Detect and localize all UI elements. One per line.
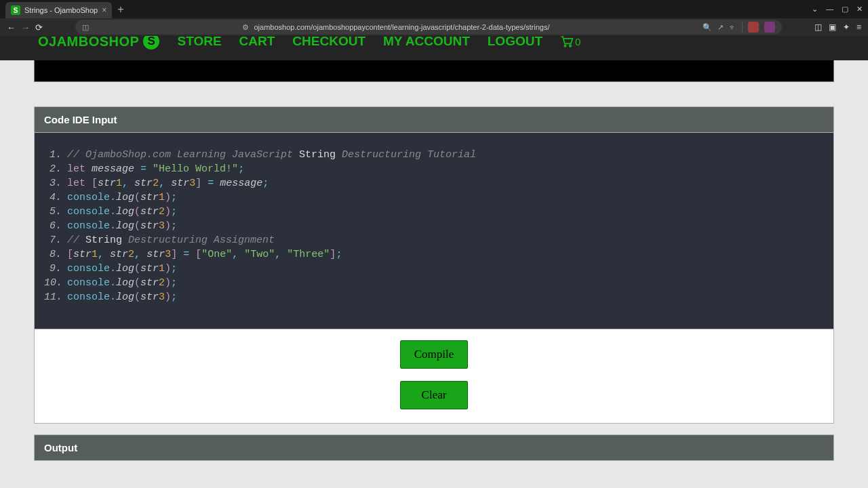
code-line: 3.let [str1, str2, str3] = message; [44,176,824,190]
window-controls: ⌄ — ▢ ✕ [812,5,863,14]
bookmark-icon[interactable]: ◫ [82,23,89,32]
svg-point-0 [564,45,566,47]
line-number: 1. [44,148,67,162]
cart-icon [560,36,574,47]
media-strip [34,60,834,82]
line-number: 9. [44,262,67,276]
code-line: 7.// String Destructuring Assignment [44,233,824,247]
favicon-icon: S [11,5,20,15]
zoom-icon[interactable]: 🔍 [703,23,712,32]
new-tab-button[interactable]: + [117,3,123,16]
menu-icon[interactable]: ≡ [856,22,861,32]
code-line: 8.[str1, str2, str3] = ["One", "Two", "T… [44,247,824,262]
forward-button[interactable]: → [21,22,30,33]
nav-cart[interactable]: CART [239,36,275,49]
code-content: let [str1, str2, str3] = message; [67,176,824,190]
line-number: 5. [44,205,67,219]
maximize-icon[interactable]: ▢ [842,5,848,14]
reload-button[interactable]: ⟳ [35,22,43,33]
address-bar[interactable]: ◫ ⚙ ojamboshop.com/ojamboshoppaycontent/… [75,20,782,35]
code-line: 10.console.log(str2); [44,276,824,290]
nav-checkout[interactable]: CHECKOUT [292,36,366,49]
compile-button[interactable]: Compile [400,340,468,369]
browser-tab[interactable]: S Strings - OjamboShop × [5,2,112,18]
brand-icon: S [143,36,159,49]
browser-toolbar: ← → ⟳ ◫ ⚙ ojamboshop.com/ojamboshoppayco… [0,18,868,36]
code-line: 4.console.log(str1); [44,190,824,205]
code-line: 5.console.log(str2); [44,205,824,219]
button-row: Compile Clear [34,329,834,424]
cart-count: 0 [575,36,580,47]
url-text: ojamboshop.com/ojamboshoppaycontent/lear… [254,23,550,31]
tab-bar: S Strings - OjamboShop × + ⌄ — ▢ ✕ [0,0,868,18]
nav-store[interactable]: STORE [177,36,221,49]
line-number: 2. [44,162,67,176]
code-line: 2.let message = "Hello World!"; [44,162,824,176]
code-editor[interactable]: 1.// OjamboShop.com Learning JavaScript … [34,133,834,329]
line-number: 3. [44,176,67,190]
code-line: 6.console.log(str3); [44,219,824,233]
separator [742,22,743,33]
close-window-icon[interactable]: ✕ [856,5,863,14]
cart-widget[interactable]: 0 [560,36,580,47]
output-panel-header: Output [34,434,834,461]
minimize-icon[interactable]: — [826,5,833,14]
sidepanel-icon[interactable]: ◫ [814,22,822,32]
share-icon[interactable]: ↗ [717,23,724,32]
extension-icon-1[interactable] [748,22,759,33]
code-line: 1.// OjamboShop.com Learning JavaScript … [44,148,824,162]
chevron-down-icon[interactable]: ⌄ [812,5,818,14]
brand-logo[interactable]: OJAMBOSHOP S [38,36,159,49]
extension-icon-2[interactable] [764,22,775,33]
code-content: console.log(str3); [67,290,824,304]
clear-button[interactable]: Clear [400,381,468,409]
toolbar-right: ◫ ▣ ✦ ≡ [814,22,861,32]
code-content: console.log(str1); [67,190,824,205]
tab-title: Strings - OjamboShop [24,6,98,14]
line-number: 11. [44,290,67,304]
nav-logout[interactable]: LOGOUT [488,36,542,49]
code-content: // String Destructuring Assignment [67,233,824,247]
code-content: // OjamboShop.com Learning JavaScript St… [67,148,824,162]
code-content: let message = "Hello World!"; [67,162,824,176]
line-number: 6. [44,219,67,233]
nav-arrows: ← → [7,22,30,33]
browser-chrome: S Strings - OjamboShop × + ⌄ — ▢ ✕ ← → ⟳… [0,0,868,36]
code-line: 9.console.log(str1); [44,262,824,276]
line-number: 4. [44,190,67,205]
site-info-icon[interactable]: ⚙ [242,23,249,32]
code-line: 11.console.log(str3); [44,290,824,304]
close-tab-icon[interactable]: × [102,5,106,15]
line-number: 10. [44,276,67,290]
nav-account[interactable]: MY ACCOUNT [383,36,470,49]
rss-icon[interactable]: ᯤ [729,23,736,31]
brand-text: OJAMBOSHOP [38,36,139,49]
nav-bar: OJAMBOSHOP S STORE CART CHECKOUT MY ACCO… [0,36,868,60]
site-header: 🎁GET 20% OFF Using Code 👉SCHOOL👈 Until E… [0,36,868,60]
code-content: [str1, str2, str3] = ["One", "Two", "Thr… [67,247,824,262]
line-number: 8. [44,247,67,262]
line-number: 7. [44,233,67,247]
code-content: console.log(str2); [67,276,824,290]
code-panel-header: Code IDE Input [34,106,834,133]
sparkle-icon[interactable]: ✦ [843,22,850,32]
back-button[interactable]: ← [7,22,16,33]
page-scroll[interactable]: 🎁GET 20% OFF Using Code 👉SCHOOL👈 Until E… [0,36,868,488]
code-content: console.log(str2); [67,205,824,219]
code-content: console.log(str1); [67,262,824,276]
code-content: console.log(str3); [67,219,824,233]
svg-point-1 [570,45,572,47]
content-area: Code IDE Input 1.// OjamboShop.com Learn… [0,60,868,461]
panel-icon[interactable]: ▣ [829,22,836,32]
